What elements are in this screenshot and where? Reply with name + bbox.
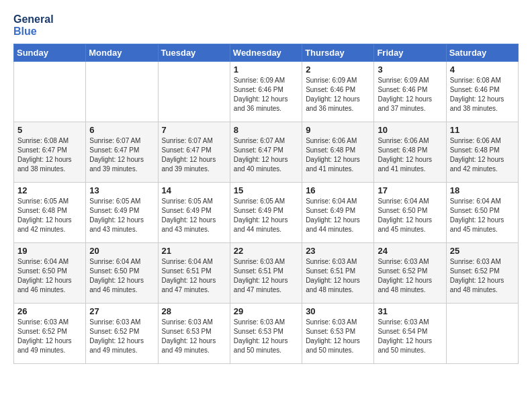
day-number: 4 xyxy=(450,64,515,75)
calendar-cell: 2Sunrise: 6:09 AM Sunset: 6:46 PM Daylig… xyxy=(302,62,374,122)
day-info: Sunrise: 6:08 AM Sunset: 6:47 PM Dayligh… xyxy=(17,136,82,174)
calendar-cell: 12Sunrise: 6:05 AM Sunset: 6:48 PM Dayli… xyxy=(14,183,86,243)
calendar-cell xyxy=(446,304,518,364)
weekday-header-saturday: Saturday xyxy=(446,44,518,62)
day-number: 1 xyxy=(234,64,298,75)
day-info: Sunrise: 6:04 AM Sunset: 6:51 PM Dayligh… xyxy=(162,257,226,295)
day-info: Sunrise: 6:03 AM Sunset: 6:52 PM Dayligh… xyxy=(450,257,515,295)
day-number: 20 xyxy=(89,246,154,256)
day-number: 25 xyxy=(450,246,515,256)
calendar-cell: 25Sunrise: 6:03 AM Sunset: 6:52 PM Dayli… xyxy=(446,243,518,304)
day-info: Sunrise: 6:05 AM Sunset: 6:49 PM Dayligh… xyxy=(89,197,154,234)
day-info: Sunrise: 6:07 AM Sunset: 6:47 PM Dayligh… xyxy=(234,136,298,174)
calendar-cell: 20Sunrise: 6:04 AM Sunset: 6:50 PM Dayli… xyxy=(86,243,158,304)
day-number: 10 xyxy=(378,125,442,135)
calendar-cell: 26Sunrise: 6:03 AM Sunset: 6:52 PM Dayli… xyxy=(14,304,86,364)
day-info: Sunrise: 6:03 AM Sunset: 6:52 PM Dayligh… xyxy=(378,257,442,295)
calendar-cell: 6Sunrise: 6:07 AM Sunset: 6:47 PM Daylig… xyxy=(86,122,158,183)
calendar-cell: 28Sunrise: 6:03 AM Sunset: 6:53 PM Dayli… xyxy=(158,304,230,364)
logo-general-text: General xyxy=(13,13,54,26)
day-info: Sunrise: 6:03 AM Sunset: 6:54 PM Dayligh… xyxy=(378,318,442,355)
calendar-cell: 23Sunrise: 6:03 AM Sunset: 6:51 PM Dayli… xyxy=(302,243,374,304)
day-number: 6 xyxy=(89,125,154,135)
calendar-week-1: 1Sunrise: 6:09 AM Sunset: 6:46 PM Daylig… xyxy=(14,62,519,122)
weekday-header-friday: Friday xyxy=(374,44,446,62)
day-number: 23 xyxy=(306,246,370,256)
day-number: 26 xyxy=(17,306,82,316)
day-number: 3 xyxy=(378,64,442,75)
day-number: 14 xyxy=(162,185,226,195)
calendar-cell xyxy=(86,62,158,122)
calendar-cell: 4Sunrise: 6:08 AM Sunset: 6:46 PM Daylig… xyxy=(446,62,518,122)
day-info: Sunrise: 6:04 AM Sunset: 6:50 PM Dayligh… xyxy=(17,257,82,295)
day-info: Sunrise: 6:09 AM Sunset: 6:46 PM Dayligh… xyxy=(306,76,370,113)
calendar-cell: 5Sunrise: 6:08 AM Sunset: 6:47 PM Daylig… xyxy=(14,122,86,183)
page-header: General Blue General Blue xyxy=(13,13,519,37)
day-info: Sunrise: 6:04 AM Sunset: 6:49 PM Dayligh… xyxy=(306,197,370,234)
day-number: 31 xyxy=(378,306,442,316)
day-number: 12 xyxy=(17,185,82,195)
calendar-cell: 21Sunrise: 6:04 AM Sunset: 6:51 PM Dayli… xyxy=(158,243,230,304)
calendar-cell: 9Sunrise: 6:06 AM Sunset: 6:48 PM Daylig… xyxy=(302,122,374,183)
day-number: 28 xyxy=(162,306,226,316)
calendar-cell: 11Sunrise: 6:06 AM Sunset: 6:48 PM Dayli… xyxy=(446,122,518,183)
weekday-header-row: SundayMondayTuesdayWednesdayThursdayFrid… xyxy=(14,44,519,62)
logo: General Blue General Blue xyxy=(13,13,54,37)
day-info: Sunrise: 6:03 AM Sunset: 6:52 PM Dayligh… xyxy=(17,318,82,355)
day-number: 18 xyxy=(450,185,515,195)
calendar-cell xyxy=(14,62,86,122)
calendar-cell: 8Sunrise: 6:07 AM Sunset: 6:47 PM Daylig… xyxy=(230,122,302,183)
day-number: 15 xyxy=(234,185,298,195)
calendar-week-2: 5Sunrise: 6:08 AM Sunset: 6:47 PM Daylig… xyxy=(14,122,519,183)
day-number: 5 xyxy=(17,125,82,135)
day-info: Sunrise: 6:06 AM Sunset: 6:48 PM Dayligh… xyxy=(450,136,515,174)
calendar-cell: 19Sunrise: 6:04 AM Sunset: 6:50 PM Dayli… xyxy=(14,243,86,304)
day-number: 21 xyxy=(162,246,226,256)
calendar-cell: 3Sunrise: 6:09 AM Sunset: 6:46 PM Daylig… xyxy=(374,62,446,122)
day-number: 24 xyxy=(378,246,442,256)
calendar-table: SundayMondayTuesdayWednesdayThursdayFrid… xyxy=(13,44,519,364)
day-info: Sunrise: 6:03 AM Sunset: 6:51 PM Dayligh… xyxy=(306,257,370,295)
calendar-week-4: 19Sunrise: 6:04 AM Sunset: 6:50 PM Dayli… xyxy=(14,243,519,304)
day-info: Sunrise: 6:03 AM Sunset: 6:52 PM Dayligh… xyxy=(89,318,154,355)
day-info: Sunrise: 6:09 AM Sunset: 6:46 PM Dayligh… xyxy=(378,76,442,113)
day-number: 11 xyxy=(450,125,515,135)
day-number: 30 xyxy=(306,306,370,316)
day-number: 29 xyxy=(234,306,298,316)
day-info: Sunrise: 6:04 AM Sunset: 6:50 PM Dayligh… xyxy=(378,197,442,234)
day-info: Sunrise: 6:06 AM Sunset: 6:48 PM Dayligh… xyxy=(378,136,442,174)
calendar-week-3: 12Sunrise: 6:05 AM Sunset: 6:48 PM Dayli… xyxy=(14,183,519,243)
weekday-header-tuesday: Tuesday xyxy=(158,44,230,62)
day-number: 7 xyxy=(162,125,226,135)
day-number: 9 xyxy=(306,125,370,135)
day-info: Sunrise: 6:03 AM Sunset: 6:53 PM Dayligh… xyxy=(306,318,370,355)
day-info: Sunrise: 6:05 AM Sunset: 6:48 PM Dayligh… xyxy=(17,197,82,234)
day-number: 17 xyxy=(378,185,442,195)
calendar-cell: 27Sunrise: 6:03 AM Sunset: 6:52 PM Dayli… xyxy=(86,304,158,364)
weekday-header-sunday: Sunday xyxy=(14,44,86,62)
day-number: 27 xyxy=(89,306,154,316)
day-number: 13 xyxy=(89,185,154,195)
calendar-cell: 16Sunrise: 6:04 AM Sunset: 6:49 PM Dayli… xyxy=(302,183,374,243)
calendar-cell: 1Sunrise: 6:09 AM Sunset: 6:46 PM Daylig… xyxy=(230,62,302,122)
day-info: Sunrise: 6:03 AM Sunset: 6:51 PM Dayligh… xyxy=(234,257,298,295)
calendar-cell: 24Sunrise: 6:03 AM Sunset: 6:52 PM Dayli… xyxy=(374,243,446,304)
day-info: Sunrise: 6:05 AM Sunset: 6:49 PM Dayligh… xyxy=(234,197,298,234)
day-info: Sunrise: 6:07 AM Sunset: 6:47 PM Dayligh… xyxy=(89,136,154,174)
day-info: Sunrise: 6:06 AM Sunset: 6:48 PM Dayligh… xyxy=(306,136,370,174)
logo-blue-text: Blue xyxy=(13,26,54,38)
day-info: Sunrise: 6:07 AM Sunset: 6:47 PM Dayligh… xyxy=(162,136,226,174)
day-number: 2 xyxy=(306,64,370,75)
weekday-header-monday: Monday xyxy=(86,44,158,62)
day-info: Sunrise: 6:05 AM Sunset: 6:49 PM Dayligh… xyxy=(162,197,226,234)
calendar-cell: 14Sunrise: 6:05 AM Sunset: 6:49 PM Dayli… xyxy=(158,183,230,243)
day-info: Sunrise: 6:09 AM Sunset: 6:46 PM Dayligh… xyxy=(234,76,298,113)
calendar-cell: 31Sunrise: 6:03 AM Sunset: 6:54 PM Dayli… xyxy=(374,304,446,364)
day-info: Sunrise: 6:04 AM Sunset: 6:50 PM Dayligh… xyxy=(450,197,515,234)
calendar-cell: 29Sunrise: 6:03 AM Sunset: 6:53 PM Dayli… xyxy=(230,304,302,364)
weekday-header-wednesday: Wednesday xyxy=(230,44,302,62)
day-number: 22 xyxy=(234,246,298,256)
calendar-cell: 22Sunrise: 6:03 AM Sunset: 6:51 PM Dayli… xyxy=(230,243,302,304)
day-info: Sunrise: 6:08 AM Sunset: 6:46 PM Dayligh… xyxy=(450,76,515,113)
calendar-cell: 10Sunrise: 6:06 AM Sunset: 6:48 PM Dayli… xyxy=(374,122,446,183)
